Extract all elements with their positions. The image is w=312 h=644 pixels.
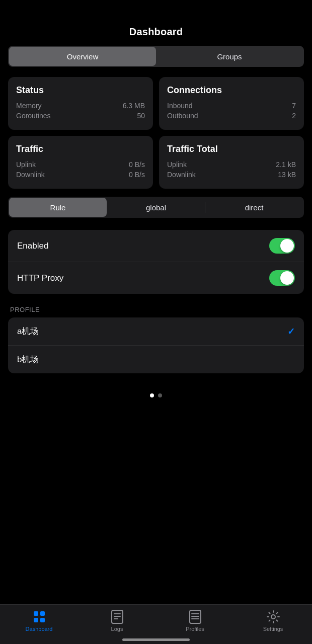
connections-card-title: Connections [167,85,296,96]
inbound-label: Inbound [167,102,193,110]
tab-profiles[interactable]: Profiles [175,610,215,632]
outbound-label: Outbound [167,112,198,120]
traffic-card-title: Traffic [16,144,145,154]
traffic-total-card: Traffic Total Uplink 2.1 kB Downlink 13 … [159,136,304,189]
memory-row: Memory 6.3 MB [16,102,145,110]
total-downlink-value: 13 kB [278,171,296,179]
goroutines-value: 50 [137,112,145,120]
mode-selector: Rule global direct [8,197,304,218]
traffic-total-card-title: Traffic Total [167,144,296,154]
page-title: Dashboard [0,0,312,46]
home-indicator [122,638,190,641]
profile-section: PROFILE a机场 ✓ b机场 [8,306,304,373]
profiles-icon [188,610,202,624]
dot-1 [150,393,154,397]
profile-section-title: PROFILE [8,306,304,313]
profile-item-b[interactable]: b机场 [8,346,304,373]
http-proxy-toggle-knob [280,271,294,285]
profile-name-b: b机场 [17,354,39,365]
segment-control: Overview Groups [8,46,304,67]
dot-2 [158,393,162,397]
traffic-downlink-row: Downlink 0 B/s [16,171,145,179]
svg-rect-3 [40,618,45,622]
tab-logs-label: Logs [111,626,123,632]
inbound-row: Inbound 7 [167,102,296,110]
total-downlink-row: Downlink 13 kB [167,171,296,179]
profile-item-a[interactable]: a机场 ✓ [8,317,304,346]
inbound-value: 7 [292,102,296,110]
mode-global[interactable]: global [107,198,205,217]
traffic-card: Traffic Uplink 0 B/s Downlink 0 B/s [8,136,153,189]
tab-settings-label: Settings [263,626,283,632]
memory-label: Memory [16,102,42,110]
segment-groups[interactable]: Groups [156,47,303,66]
svg-rect-0 [34,611,38,616]
traffic-downlink-value: 0 B/s [129,171,145,179]
tab-settings[interactable]: Settings [253,610,293,632]
tab-dashboard-label: Dashboard [26,626,53,632]
toggle-section: Enabled HTTP Proxy [8,230,304,294]
tab-profiles-label: Profiles [186,626,204,632]
settings-icon [266,610,280,624]
connections-card: Connections Inbound 7 Outbound 2 [159,77,304,130]
goroutines-label: Goroutines [16,112,50,120]
total-downlink-label: Downlink [167,171,196,179]
mode-rule[interactable]: Rule [9,198,107,217]
enabled-label: Enabled [17,241,48,251]
svg-point-12 [271,615,275,619]
total-uplink-value: 2.1 kB [276,160,296,169]
logs-icon [110,610,124,624]
http-proxy-row[interactable]: HTTP Proxy [8,262,304,294]
tab-logs[interactable]: Logs [97,610,137,632]
status-card: Status Memory 6.3 MB Goroutines 50 [8,77,153,130]
traffic-uplink-row: Uplink 0 B/s [16,160,145,169]
traffic-uplink-value: 0 B/s [129,160,145,169]
dashboard-icon [32,610,46,624]
memory-value: 6.3 MB [123,102,145,110]
profile-check-a: ✓ [287,326,295,337]
page-dots [0,393,312,397]
enabled-row[interactable]: Enabled [8,230,304,262]
total-uplink-label: Uplink [167,160,187,169]
mode-direct[interactable]: direct [205,198,303,217]
profile-list: a机场 ✓ b机场 [8,317,304,373]
total-uplink-row: Uplink 2.1 kB [167,160,296,169]
goroutines-row: Goroutines 50 [16,112,145,120]
traffic-uplink-label: Uplink [16,160,36,169]
svg-rect-2 [34,618,38,622]
http-proxy-label: HTTP Proxy [17,273,63,283]
profile-name-a: a机场 [17,326,39,337]
http-proxy-toggle[interactable] [269,270,295,286]
traffic-downlink-label: Downlink [16,171,45,179]
status-card-title: Status [16,85,145,96]
enabled-toggle[interactable] [269,238,295,254]
segment-overview[interactable]: Overview [9,47,156,66]
enabled-toggle-knob [280,239,294,253]
outbound-row: Outbound 2 [167,112,296,120]
stats-grid: Status Memory 6.3 MB Goroutines 50 Conne… [8,77,304,189]
outbound-value: 2 [292,112,296,120]
tab-dashboard[interactable]: Dashboard [19,610,59,632]
svg-rect-1 [40,611,45,616]
